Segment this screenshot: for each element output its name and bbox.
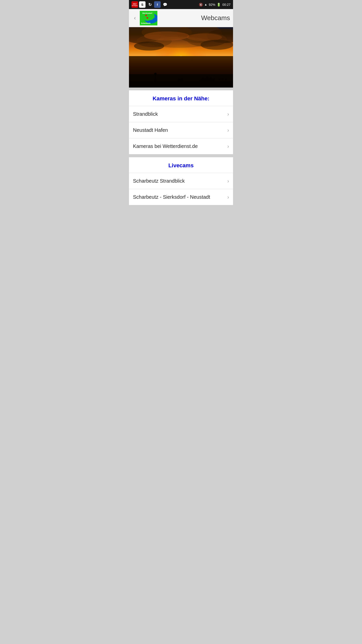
- neustadt-hafen-label: Neustadt Hafen: [133, 127, 168, 133]
- clock: 00:27: [222, 3, 231, 7]
- svg-text:Scharbeutz: Scharbeutz: [141, 22, 151, 24]
- s-app-icon: S: [139, 1, 146, 8]
- app-logo: Sierksdorf Scharbeutz: [140, 11, 157, 25]
- svg-point-24: [205, 76, 208, 79]
- haz-app-icon: HAZ E-Paper: [131, 1, 138, 8]
- battery-icon: 🔋: [217, 3, 221, 7]
- battery-percent: 92%: [209, 3, 215, 7]
- status-bar-info: 🔇 ▲ 92% 🔋 00:27: [199, 3, 231, 7]
- svg-point-29: [225, 79, 227, 80]
- svg-point-25: [209, 77, 212, 80]
- status-bar-apps: HAZ E-Paper S ↻ f 💬: [131, 1, 168, 8]
- webcam-hero-image: [129, 27, 233, 88]
- refresh-icon: ↻: [147, 1, 153, 8]
- svg-point-4: [147, 17, 148, 19]
- nav-bar: ‹ Sierksdorf Scharbeutz Webcams: [129, 9, 233, 27]
- svg-point-31: [178, 78, 180, 80]
- wetterdienst-label: Kameras bei Wetterdienst.de: [133, 143, 198, 149]
- scharbeutz-strandblick-label: Scharbeutz Strandblick: [133, 178, 185, 184]
- messenger-icon: 💬: [162, 1, 168, 8]
- back-button[interactable]: ‹: [132, 13, 138, 23]
- neustadt-hafen-item[interactable]: Neustadt Hafen ›: [129, 122, 233, 138]
- svg-point-28: [221, 78, 223, 80]
- chevron-right-icon-3: ›: [227, 143, 229, 149]
- svg-point-19: [154, 78, 156, 82]
- livecams-section: Livecams Scharbeutz Strandblick › Scharb…: [129, 157, 233, 205]
- scharbeutz-sierksdorf-item[interactable]: Scharbeutz - Sierksdorf - Neustadt ›: [129, 189, 233, 205]
- svg-point-26: [213, 78, 215, 80]
- scharbeutz-strandblick-item[interactable]: Scharbeutz Strandblick ›: [129, 173, 233, 189]
- svg-text:Sierksdorf: Sierksdorf: [142, 12, 152, 14]
- strandblick-item[interactable]: Strandblick ›: [129, 106, 233, 122]
- chevron-right-icon-4: ›: [227, 178, 229, 184]
- scharbeutz-sierksdorf-label: Scharbeutz - Sierksdorf - Neustadt: [133, 194, 210, 200]
- facebook-icon: f: [154, 1, 161, 8]
- silhouettes: [129, 67, 233, 88]
- livecams-header: Livecams: [129, 157, 233, 173]
- svg-point-27: [218, 78, 220, 80]
- svg-point-32: [181, 78, 183, 80]
- nearby-cameras-header: Kameras in der Nähe:: [129, 90, 233, 106]
- mute-icon: 🔇: [199, 3, 203, 7]
- svg-point-3: [145, 15, 147, 16]
- wetterdienst-item[interactable]: Kameras bei Wetterdienst.de ›: [129, 138, 233, 154]
- signal-icon: ▲: [204, 3, 207, 6]
- chevron-right-icon-5: ›: [227, 194, 229, 200]
- svg-point-23: [202, 77, 204, 80]
- svg-point-14: [144, 31, 189, 41]
- nearby-cameras-section: Kameras in der Nähe: Strandblick › Neust…: [129, 90, 233, 154]
- strandblick-label: Strandblick: [133, 111, 158, 117]
- page-title: Webcams: [159, 14, 230, 22]
- svg-point-21: [154, 73, 157, 75]
- chevron-right-icon-2: ›: [227, 127, 229, 133]
- status-bar: HAZ E-Paper S ↻ f 💬 🔇 ▲ 92% 🔋 00:27: [129, 0, 233, 9]
- chevron-right-icon: ›: [227, 111, 229, 117]
